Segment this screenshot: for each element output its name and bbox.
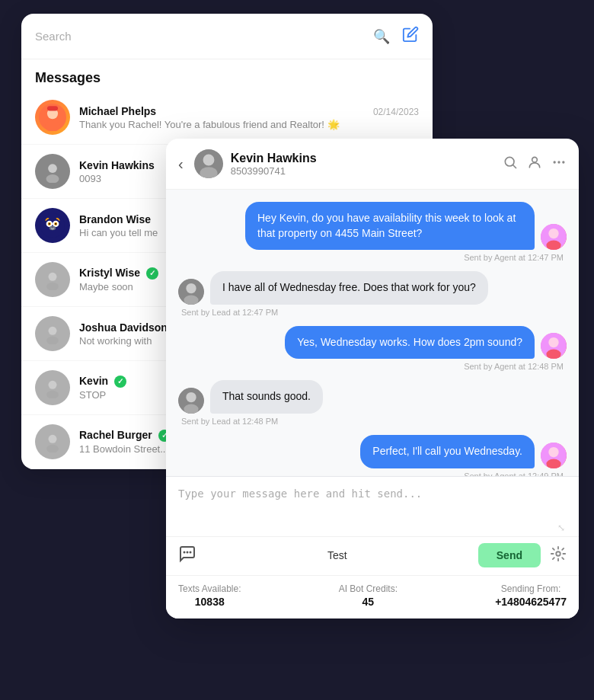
svg-point-35 [186, 283, 196, 293]
message-row: That sounds good. Sent by Lead at 12:48 … [178, 380, 567, 426]
chat-panel: ‹ Kevin Hawkins 8503990741 [166, 139, 579, 618]
settings-icon[interactable] [550, 545, 567, 566]
svg-rect-3 [47, 106, 58, 110]
search-bar: 🔍 [21, 14, 433, 59]
chat-bubble-icon[interactable] [178, 545, 196, 567]
contact-info: Kevin Hawkins 8503990741 [231, 152, 495, 177]
avatar [35, 370, 70, 405]
ai-value: 45 [339, 596, 398, 608]
avatar [35, 424, 70, 459]
contact-avatar [194, 149, 223, 178]
svg-point-5 [46, 174, 59, 183]
texts-value: 10838 [178, 596, 241, 608]
message-meta: Sent by Agent at 12:48 PM [461, 362, 567, 371]
avatar [35, 100, 70, 135]
svg-point-41 [186, 392, 196, 402]
agent-avatar [541, 224, 567, 250]
messages-area: Hey Kevin, do you have availability this… [166, 190, 579, 476]
search-icon: 🔍 [373, 28, 390, 45]
svg-point-4 [48, 164, 57, 173]
avatar [35, 316, 70, 351]
svg-point-14 [49, 273, 57, 281]
svg-point-18 [49, 381, 57, 389]
message-bubble: Hey Kevin, do you have availability this… [245, 202, 535, 250]
svg-point-6 [40, 213, 65, 238]
sending-value: +14804625477 [495, 596, 567, 608]
search-icon[interactable] [503, 155, 518, 174]
contact-name: Brandon Wise [79, 213, 151, 225]
svg-point-19 [46, 391, 59, 398]
svg-point-11 [49, 223, 50, 225]
message-bubble: I have all of Wednesday free. Does that … [210, 271, 488, 305]
stats-bar: Texts Available: 10838 AI Bot Credits: 4… [166, 575, 579, 618]
resize-icon: ⤡ [557, 523, 565, 533]
contact-name: Rachel Burger ✓ [79, 429, 171, 442]
message-row: I have all of Wednesday free. Does that … [178, 271, 567, 317]
avatar [35, 154, 70, 189]
agent-avatar [541, 443, 567, 468]
contact-name: Michael Phelps [79, 105, 156, 117]
texts-available: Texts Available: 10838 [178, 583, 241, 608]
resize-handle: ⤡ [178, 526, 567, 530]
header-actions [503, 155, 567, 174]
svg-point-28 [554, 161, 556, 163]
svg-point-21 [46, 445, 59, 452]
svg-point-29 [557, 161, 560, 163]
message-row: Yes, Wednesday works. How does 2pm sound… [178, 326, 567, 372]
svg-point-32 [548, 229, 558, 238]
contact-name: Joshua Davidson [79, 321, 168, 334]
svg-point-44 [548, 446, 558, 456]
message-content: Michael Phelps 02/14/2023 Thank you Rach… [79, 105, 419, 130]
svg-point-13 [50, 226, 56, 231]
compose-icon[interactable] [402, 26, 419, 46]
contact-name: Kevin Hawkins [231, 152, 495, 165]
contact-name: Kristyl Wise ✓ [79, 267, 158, 280]
svg-point-38 [548, 337, 558, 347]
avatar [35, 262, 70, 297]
texts-label: Texts Available: [178, 583, 241, 594]
message-meta: Sent by Lead at 12:48 PM [178, 417, 281, 426]
chat-input-area: ⤡ [166, 476, 579, 536]
chat-toolbar: Test Send [166, 536, 579, 575]
message-date: 02/14/2023 [373, 107, 419, 117]
message-row: Hey Kevin, do you have availability this… [178, 202, 567, 262]
svg-point-15 [46, 283, 59, 290]
message-meta: Sent by Lead at 12:47 PM [178, 308, 281, 317]
svg-line-26 [513, 165, 516, 168]
svg-point-27 [532, 157, 538, 162]
svg-point-20 [49, 435, 57, 443]
lead-avatar [178, 388, 204, 414]
svg-point-17 [46, 337, 59, 344]
send-button[interactable]: Send [478, 543, 541, 567]
contact-name: Kevin ✓ [79, 375, 126, 388]
ai-label: AI Bot Credits: [339, 583, 398, 594]
profile-icon[interactable] [527, 155, 542, 174]
agent-avatar [541, 333, 567, 359]
message-row: Perfect, I'll call you Wednesday. Sent b… [178, 435, 567, 476]
list-item[interactable]: Michael Phelps 02/14/2023 Thank you Rach… [21, 91, 433, 145]
message-meta: Sent by Agent at 12:47 PM [461, 253, 567, 262]
message-preview: Thank you Rachel! You're a fabulous frie… [79, 119, 419, 130]
message-input[interactable] [178, 486, 567, 523]
chat-header: ‹ Kevin Hawkins 8503990741 [166, 139, 579, 190]
sending-from: Sending From: +14804625477 [495, 583, 567, 608]
more-options-icon[interactable] [551, 155, 567, 174]
message-bubble: That sounds good. [210, 380, 323, 414]
lead-avatar [178, 279, 204, 305]
contact-name: Kevin Hawkins [79, 159, 155, 171]
test-label: Test [206, 549, 469, 561]
svg-point-23 [203, 155, 214, 166]
back-button[interactable]: ‹ [178, 155, 184, 173]
message-bubble: Perfect, I'll call you Wednesday. [360, 435, 535, 468]
badge-icon: ✓ [114, 376, 126, 388]
search-input[interactable] [35, 30, 367, 43]
avatar [35, 208, 70, 243]
messages-title: Messages [21, 59, 433, 91]
sending-label: Sending From: [495, 583, 567, 594]
svg-point-12 [55, 223, 56, 225]
svg-point-16 [49, 327, 57, 335]
svg-point-49 [556, 551, 560, 556]
ai-credits: AI Bot Credits: 45 [339, 583, 398, 608]
svg-point-30 [562, 161, 564, 163]
contact-phone: 8503990741 [231, 165, 495, 177]
